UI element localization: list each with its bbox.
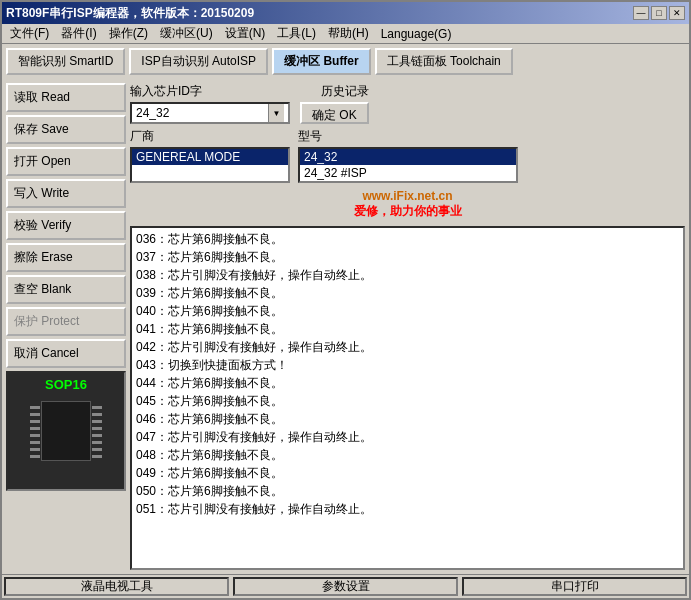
btn-open[interactable]: 打开 Open [6, 147, 126, 176]
watermark-area: www.iFix.net.cn 爱修，助力你的事业 [130, 187, 685, 222]
main-window: RT809F串行ISP编程器，软件版本：20150209 — □ ✕ 文件(F)… [0, 0, 691, 600]
minimize-button[interactable]: — [633, 6, 649, 20]
status-bar: 液晶电视工具参数设置串口打印 [2, 574, 689, 598]
log-area: 036：芯片第6脚接触不良。037：芯片第6脚接触不良。038：芯片引脚没有接触… [130, 226, 685, 570]
combo-arrow-icon[interactable]: ▼ [268, 104, 284, 122]
status-lcd[interactable]: 液晶电视工具 [4, 577, 229, 596]
window-controls: — □ ✕ [633, 6, 685, 20]
main-area: 读取 Read保存 Save打开 Open写入 Write校验 Verify擦除… [2, 79, 689, 574]
log-line: 040：芯片第6脚接触不良。 [136, 302, 679, 320]
log-line: 043：切换到快捷面板方式！ [136, 356, 679, 374]
model-label: 型号 [298, 128, 518, 145]
maximize-button[interactable]: □ [651, 6, 667, 20]
log-line: 049：芯片第6脚接触不良。 [136, 464, 679, 482]
menubar-item-menu-language[interactable]: Language(G) [375, 25, 458, 43]
menubar-item-menu-ops[interactable]: 操作(Z) [103, 23, 154, 44]
btn-buffer[interactable]: 缓冲区 Buffer [272, 48, 371, 75]
vendor-listbox[interactable]: GENEREAL MODE [130, 147, 290, 183]
menubar-item-menu-buffer[interactable]: 缓冲区(U) [154, 23, 219, 44]
btn-read[interactable]: 读取 Read [6, 83, 126, 112]
title-bar: RT809F串行ISP编程器，软件版本：20150209 — □ ✕ [2, 2, 689, 24]
menubar-item-menu-file[interactable]: 文件(F) [4, 23, 55, 44]
btn-autoisp[interactable]: ISP自动识别 AutoISP [129, 48, 268, 75]
log-line: 047：芯片引脚没有接触好，操作自动终止。 [136, 428, 679, 446]
input-row: 输入芯片ID字 24_32 ▼ 历史记录 确定 OK [130, 83, 685, 124]
chip-id-label: 输入芯片ID字 [130, 83, 290, 100]
btn-cancel[interactable]: 取消 Cancel [6, 339, 126, 368]
vendor-item[interactable]: GENEREAL MODE [132, 149, 288, 165]
chip-label: SOP16 [45, 377, 87, 392]
chip-id-combobox[interactable]: 24_32 ▼ [130, 102, 290, 124]
btn-protect: 保护 Protect [6, 307, 126, 336]
menubar-item-menu-help[interactable]: 帮助(H) [322, 23, 375, 44]
log-line: 045：芯片第6脚接触不良。 [136, 392, 679, 410]
status-serial[interactable]: 串口打印 [462, 577, 687, 596]
log-line: 037：芯片第6脚接触不良。 [136, 248, 679, 266]
log-line: 044：芯片第6脚接触不良。 [136, 374, 679, 392]
chip-image: SOP16 [6, 371, 126, 491]
btn-blank[interactable]: 查空 Blank [6, 275, 126, 304]
menubar-item-menu-device[interactable]: 器件(I) [55, 23, 102, 44]
model-column: 型号 24_3224_32 #ISP [298, 128, 518, 183]
status-params[interactable]: 参数设置 [233, 577, 458, 596]
right-panel: 输入芯片ID字 24_32 ▼ 历史记录 确定 OK 厂商 GENEREAL M… [130, 83, 685, 570]
window-title: RT809F串行ISP编程器，软件版本：20150209 [6, 5, 254, 22]
chip-id-group: 输入芯片ID字 24_32 ▼ [130, 83, 290, 124]
menubar-item-menu-settings[interactable]: 设置(N) [219, 23, 272, 44]
left-panel: 读取 Read保存 Save打开 Open写入 Write校验 Verify擦除… [6, 83, 126, 570]
vendor-column: 厂商 GENEREAL MODE [130, 128, 290, 183]
model-listbox[interactable]: 24_3224_32 #ISP [298, 147, 518, 183]
menubar: 文件(F)器件(I)操作(Z)缓冲区(U)设置(N)工具(L)帮助(H)Lang… [2, 24, 689, 44]
chip-body [41, 401, 91, 461]
btn-verify[interactable]: 校验 Verify [6, 211, 126, 240]
log-line: 042：芯片引脚没有接触好，操作自动终止。 [136, 338, 679, 356]
log-line: 048：芯片第6脚接触不良。 [136, 446, 679, 464]
watermark-url: www.iFix.net.cn [132, 189, 683, 203]
log-line: 051：芯片引脚没有接触好，操作自动终止。 [136, 500, 679, 518]
log-line: 046：芯片第6脚接触不良。 [136, 410, 679, 428]
ok-button[interactable]: 确定 OK [300, 102, 369, 124]
menubar-item-menu-tools[interactable]: 工具(L) [271, 23, 322, 44]
log-line: 050：芯片第6脚接触不良。 [136, 482, 679, 500]
model-item[interactable]: 24_32 [300, 149, 516, 165]
btn-smartid[interactable]: 智能识别 SmartID [6, 48, 125, 75]
btn-toolchain[interactable]: 工具链面板 Toolchain [375, 48, 513, 75]
log-line: 036：芯片第6脚接触不良。 [136, 230, 679, 248]
history-group: 历史记录 确定 OK [300, 83, 369, 124]
log-line: 038：芯片引脚没有接触好，操作自动终止。 [136, 266, 679, 284]
log-line: 039：芯片第6脚接触不良。 [136, 284, 679, 302]
list-section: 厂商 GENEREAL MODE 型号 24_3224_32 #ISP [130, 128, 685, 183]
model-item[interactable]: 24_32 #ISP [300, 165, 516, 181]
toolbar: 智能识别 SmartIDISP自动识别 AutoISP缓冲区 Buffer工具链… [2, 44, 689, 79]
btn-erase[interactable]: 擦除 Erase [6, 243, 126, 272]
watermark-slogan: 爱修，助力你的事业 [132, 203, 683, 220]
log-line: 041：芯片第6脚接触不良。 [136, 320, 679, 338]
btn-write[interactable]: 写入 Write [6, 179, 126, 208]
history-label: 历史记录 [321, 83, 369, 100]
chip-id-value: 24_32 [136, 106, 268, 120]
close-button[interactable]: ✕ [669, 6, 685, 20]
vendor-label: 厂商 [130, 128, 290, 145]
btn-save[interactable]: 保存 Save [6, 115, 126, 144]
